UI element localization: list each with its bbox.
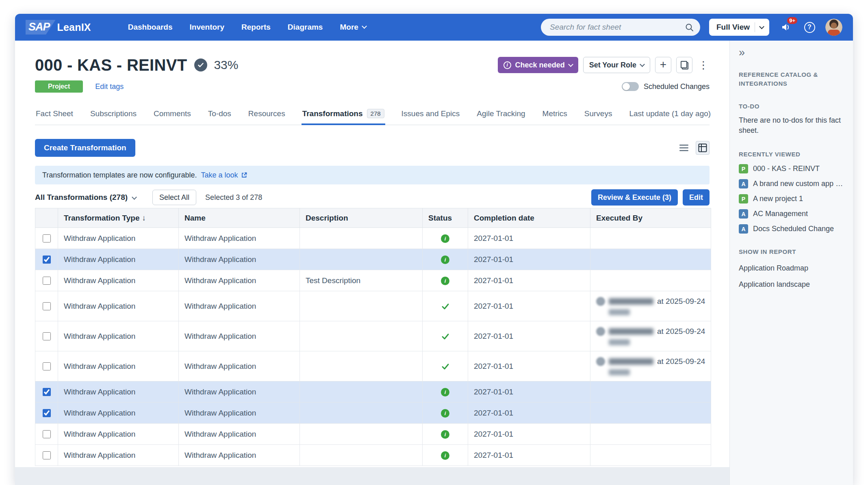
description-cell — [300, 381, 423, 403]
transformation-name-cell[interactable]: Withdraw Application — [179, 249, 300, 270]
sap-leanix-logo[interactable]: SAP LeanIX — [26, 20, 91, 35]
full-view-button[interactable]: Full View — [709, 19, 769, 36]
tab[interactable]: Fact Sheet — [35, 105, 74, 125]
row-checkbox[interactable] — [43, 430, 51, 438]
selection-count: Selected 3 of 278 — [205, 193, 262, 202]
executed-by: at 2025-09-24 — [596, 357, 705, 375]
table-view-icon[interactable] — [696, 141, 710, 155]
fact-sheet-type-badge: A — [739, 224, 748, 234]
report-link[interactable]: Application Roadmap — [739, 264, 844, 273]
transformation-type-cell[interactable]: Withdraw Application — [58, 270, 179, 291]
executed-by-cell — [590, 445, 711, 466]
recently-viewed-item[interactable]: A AC Management — [739, 209, 844, 219]
edit-tags-link[interactable]: Edit tags — [95, 82, 124, 91]
transformation-type-cell[interactable]: Withdraw Application — [58, 249, 179, 270]
column-header[interactable]: Status — [423, 208, 468, 228]
tab[interactable]: Subscriptions — [89, 105, 137, 125]
recently-viewed-item[interactable]: A Docs Scheduled Change — [739, 224, 844, 234]
transformation-name-cell[interactable]: Withdraw Application — [179, 381, 300, 403]
column-header[interactable]: Description — [300, 208, 423, 228]
transformation-name-cell[interactable]: Withdraw Application — [179, 351, 300, 381]
column-header[interactable]: Executed By — [590, 208, 711, 228]
transformations-filter-dropdown[interactable]: All Transformations (278) — [35, 193, 136, 202]
recently-viewed-item[interactable]: P 000 - KAS - REINVT — [739, 164, 844, 173]
table-row: Withdraw Application Withdraw Applicatio… — [35, 270, 711, 291]
tab[interactable]: Surveys — [584, 105, 613, 125]
more-options-button[interactable]: ⋮ — [697, 57, 710, 73]
collapse-sidebar-button[interactable]: » — [739, 47, 750, 58]
column-header[interactable]: Name — [179, 208, 300, 228]
reference-catalog-heading: REFERENCE CATALOG & INTEGRATIONS — [739, 70, 844, 88]
nav-more-label: More — [340, 23, 358, 32]
tab[interactable]: Issues and Epics — [401, 105, 461, 125]
report-link[interactable]: Application landscape — [739, 280, 844, 289]
row-checkbox[interactable] — [43, 362, 51, 370]
help-button[interactable]: ? — [803, 20, 816, 34]
nav-link[interactable]: Inventory — [181, 23, 233, 32]
transformation-type-cell[interactable]: Withdraw Application — [58, 381, 179, 403]
transformation-name-cell[interactable]: Withdraw Application — [179, 270, 300, 291]
announcements-button[interactable]: 9+ — [779, 20, 793, 34]
completion-date-cell: 2027-01-01 — [468, 403, 590, 424]
completion-percentage: 33% — [214, 58, 238, 72]
transformation-name-cell[interactable]: Withdraw Application — [179, 321, 300, 351]
user-avatar[interactable] — [825, 19, 842, 36]
row-checkbox[interactable] — [43, 234, 51, 242]
tab[interactable]: Resources — [247, 105, 286, 125]
executed-by-cell: at 2025-09-24 — [590, 351, 711, 381]
transformation-name-cell[interactable]: Withdraw Application — [179, 291, 300, 321]
edit-button[interactable]: Edit — [683, 189, 710, 206]
tab[interactable]: Transformations 278 — [302, 105, 385, 125]
row-checkbox[interactable] — [43, 332, 51, 340]
tab-label: Resources — [248, 109, 285, 118]
transformation-type-cell[interactable]: Withdraw Application — [58, 424, 179, 445]
duplicate-button[interactable] — [676, 57, 692, 73]
scheduled-changes-toggle[interactable] — [622, 82, 639, 91]
add-button[interactable]: + — [655, 57, 671, 73]
create-transformation-button[interactable]: Create Transformation — [35, 139, 135, 157]
recently-viewed-item[interactable]: A A brand new custom app - ... — [739, 179, 844, 188]
row-checkbox[interactable] — [43, 451, 51, 459]
column-header[interactable]: Transformation Type↓ — [58, 208, 179, 228]
transformation-type-cell[interactable]: Withdraw Application — [58, 228, 179, 249]
nav-link[interactable]: Dashboards — [119, 23, 181, 32]
transformation-type-cell[interactable]: Withdraw Application — [58, 403, 179, 424]
executed-by-cell — [590, 249, 711, 270]
nav-link-more[interactable]: More — [331, 23, 374, 32]
take-a-look-link[interactable]: Take a look — [201, 171, 247, 180]
nav-link[interactable]: Diagrams — [279, 23, 332, 32]
tab[interactable]: Metrics — [542, 105, 568, 125]
check-needed-button[interactable]: i Check needed — [498, 57, 578, 73]
transformation-name-cell[interactable]: Withdraw Application — [179, 228, 300, 249]
transformation-name-cell[interactable]: Withdraw Application — [179, 424, 300, 445]
tab[interactable]: Comments — [153, 105, 192, 125]
tab[interactable]: To-dos — [207, 105, 232, 125]
completion-date-cell: 2027-01-01 — [468, 381, 590, 403]
transformation-type-cell[interactable]: Withdraw Application — [58, 351, 179, 381]
row-checkbox[interactable] — [43, 409, 51, 417]
transformation-name-cell[interactable]: Withdraw Application — [179, 403, 300, 424]
nav-link[interactable]: Reports — [233, 23, 279, 32]
transformation-type-cell[interactable]: Withdraw Application — [58, 321, 179, 351]
row-checkbox[interactable] — [43, 255, 51, 264]
list-view-icon[interactable] — [677, 141, 691, 155]
tab[interactable]: Agile Tracking — [476, 105, 526, 125]
transformation-name-cell[interactable]: Withdraw Application — [179, 445, 300, 466]
row-checkbox[interactable] — [43, 277, 51, 285]
review-execute-button[interactable]: Review & Execute (3) — [591, 189, 678, 206]
status-info-icon: i — [441, 409, 449, 418]
search-input[interactable] — [549, 22, 685, 32]
row-checkbox[interactable] — [43, 302, 51, 310]
column-header-label: Status — [428, 214, 452, 222]
select-all-button[interactable]: Select All — [152, 190, 196, 205]
transformation-type-cell[interactable]: Withdraw Application — [58, 291, 179, 321]
recently-viewed-item[interactable]: P A new project 1 — [739, 194, 844, 204]
transformation-type-cell[interactable]: Withdraw Application — [58, 445, 179, 466]
set-your-role-button[interactable]: Set Your Role — [583, 57, 650, 73]
row-checkbox[interactable] — [43, 388, 51, 396]
tab: Last update (1 day ago) — [628, 105, 712, 125]
column-header[interactable]: Completion date — [468, 208, 590, 228]
copy-icon — [681, 61, 688, 69]
status-check-icon — [441, 362, 450, 370]
status-cell — [423, 351, 468, 381]
